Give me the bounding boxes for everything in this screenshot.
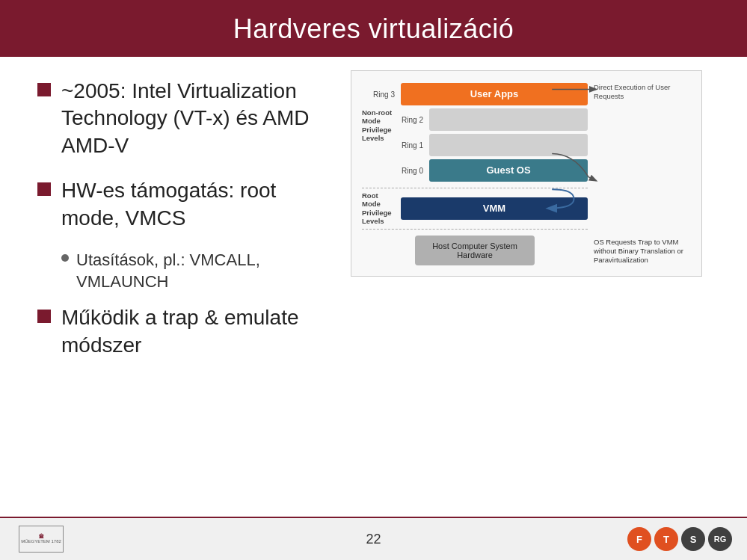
ring1-bar [429,134,588,156]
bullet-text-3: Működik a trap & emulate módszer [61,304,336,359]
university-logo: 🏛 MŰEGYETEM 1782 [15,524,67,554]
bullet-square-1 [37,83,51,96]
host-label: Host Computer System Hardware [432,241,517,259]
vmm-text: VMM [401,197,588,220]
uni-logo-text: 🏛 [39,534,44,540]
right-label-top: Direct Execution of User Requests [594,83,691,102]
ring3-bar: User Apps [401,83,588,105]
right-label-bottom: OS Requests Trap to VMM without Binary T… [594,238,691,265]
divider2 [362,229,588,230]
vmm-bar: VMM [401,197,588,220]
ring0-label: Ring 0 [401,167,429,175]
ring2-label: Ring 2 [401,116,429,124]
non-root-rings: Ring 2 Ring 1 Ring 0 Guest OS [401,108,588,185]
ring2-bar [429,108,588,131]
host-box: Host Computer System Hardware [415,236,535,265]
diagram-section: Ring 3 User Apps Non-root Mode Privilege… [351,70,710,377]
page-number: 22 [366,532,381,547]
ring0-row: Ring 0 Guest OS [401,159,588,182]
header-title: Hardveres virtualizáció [233,13,514,44]
uni-text: MŰEGYETEM 1782 [21,539,61,544]
footer-logo-right: F T S RG [627,527,732,551]
main-content: ~2005: Intel Virtualization Technology (… [0,57,747,384]
right-labels-col: Direct Execution of User Requests OS Req… [594,83,691,265]
diagram-container: Ring 3 User Apps Non-root Mode Privilege… [351,70,702,277]
ring0-text: Guest OS [429,159,588,182]
bullet-text-2: HW-es támogatás: root mode, VMCS [61,177,336,232]
footer: 🏛 MŰEGYETEM 1782 22 F T S RG [0,517,747,560]
ring3-label: Ring 3 [362,90,401,99]
logo-rg: RG [708,527,732,551]
bullet-square-3 [37,310,51,323]
rings-wrapper: Ring 3 User Apps Non-root Mode Privilege… [362,83,588,265]
ring1-label: Ring 1 [401,141,429,150]
sub-circle-1 [61,254,69,262]
root-section: Root Mode Privilege Levels VMM [362,191,588,226]
logo-t: T [654,527,678,551]
bullet-item-2: HW-es támogatás: root mode, VMCS [37,177,336,232]
non-root-group: Non-root Mode Privilege Levels Ring 2 Ri… [362,108,588,185]
logo-f: F [627,527,651,551]
ring1-row: Ring 1 [401,134,588,156]
bullet-square-2 [37,182,51,196]
ring0-bar: Guest OS [429,159,588,182]
non-root-row-ring3: Ring 3 User Apps [362,83,588,105]
root-label: Root Mode Privilege Levels [362,191,401,226]
logo-s: S [681,527,705,551]
divider [362,188,588,188]
bullet-text-1: ~2005: Intel Virtualization Technology (… [61,78,336,159]
bullet-item-1: ~2005: Intel Virtualization Technology (… [37,78,336,159]
ring2-row: Ring 2 [401,108,588,131]
slide-header: Hardveres virtualizáció [0,0,747,57]
bullet-section: ~2005: Intel Virtualization Technology (… [37,78,336,377]
sub-bullet-1: Utasítások, pl.: VMCALL, VMLAUNCH [61,250,336,292]
non-root-label: Non-root Mode Privilege Levels [362,108,401,185]
bullet-item-3: Működik a trap & emulate módszer [37,304,336,359]
ring3-text: User Apps [401,83,588,105]
footer-logo-left: 🏛 MŰEGYETEM 1782 [15,524,67,554]
sub-bullet-text-1: Utasítások, pl.: VMCALL, VMLAUNCH [76,250,336,292]
